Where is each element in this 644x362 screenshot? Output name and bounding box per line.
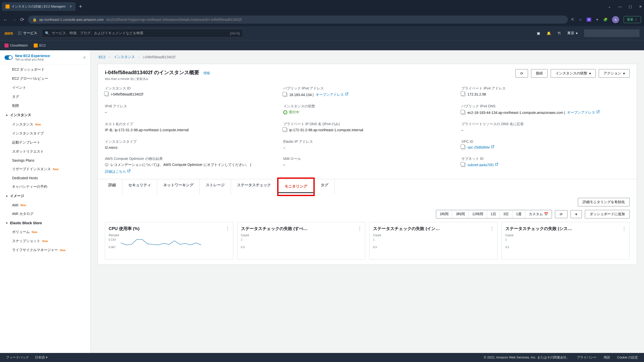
experience-toggle[interactable] (5, 55, 13, 60)
region-selector[interactable]: 東京 ▾ (567, 31, 578, 35)
update-button[interactable]: 更新 ⋮ (624, 16, 641, 23)
tab-item[interactable]: タグ (315, 179, 335, 194)
sidebar-item[interactable]: AMI New (0, 201, 90, 209)
sidebar-section-header[interactable]: ▼イメージ (0, 191, 90, 201)
services-menu[interactable]: サービス (18, 31, 37, 35)
time-range-option[interactable]: 3時間 (452, 210, 469, 218)
time-range-option[interactable]: 12時間 (469, 210, 487, 218)
chart-menu-icon[interactable]: ⋮ (357, 226, 362, 231)
tab-item[interactable]: ステータスチェック (231, 179, 277, 194)
copy-icon[interactable] (461, 92, 465, 96)
actions-dropdown[interactable]: アクション ▾ (599, 69, 630, 78)
experience-subtitle[interactable]: Tell us what you think (15, 58, 80, 61)
tab-item[interactable]: ストレージ (200, 179, 231, 194)
chart-menu-icon[interactable]: ⋮ (622, 226, 626, 231)
back-button[interactable]: ← (3, 17, 8, 23)
account-menu[interactable] (584, 29, 639, 37)
address-bar[interactable]: 🔒 ap-northeast-1.console.aws.amazon.com/… (28, 16, 568, 24)
close-icon[interactable]: × (83, 55, 86, 60)
sidebar-item[interactable]: EC2 グローバルビュー (0, 74, 90, 83)
favorite-ec2[interactable]: EC2 (34, 43, 46, 48)
refresh-options-dropdown[interactable]: ▾ (571, 210, 582, 218)
sidebar-item[interactable]: リザーブドインスタンスNew (0, 165, 90, 174)
tab-item[interactable]: ネットワーキング (157, 179, 200, 194)
close-tab-icon[interactable]: × (69, 4, 72, 9)
copy-icon[interactable] (461, 145, 465, 149)
feedback-link[interactable]: フィードバック (6, 355, 29, 360)
favorite-cloudwatch[interactable]: CloudWatch (5, 43, 28, 48)
breadcrumb-root[interactable]: EC2 (99, 55, 105, 59)
time-range-option[interactable]: 1週 (512, 210, 525, 218)
learn-more-link[interactable]: 詳細はこちら (105, 169, 131, 174)
cookie-link[interactable]: Cookie の設定 (617, 355, 638, 360)
sidebar-item[interactable]: スナップショット New (0, 237, 90, 246)
connect-button[interactable]: 接続 (531, 69, 548, 78)
chart-menu-icon[interactable]: ⋮ (490, 226, 494, 231)
notifications-icon[interactable]: 🔔 (547, 31, 551, 35)
reload-button[interactable]: ⟳ (20, 17, 24, 23)
open-address-link[interactable]: オープンアドレス (316, 92, 348, 97)
time-range-option[interactable]: 3日 (500, 210, 513, 218)
tab-item[interactable]: セキュリティ (122, 179, 157, 194)
minimize-icon[interactable]: — (618, 5, 622, 9)
tab-item[interactable]: 詳細 (102, 179, 122, 194)
cloudshell-icon[interactable]: ▣ (537, 31, 540, 35)
sidebar-item[interactable]: ボリューム New (0, 228, 90, 237)
time-range-option[interactable]: カスタム 📅 (525, 210, 552, 218)
time-range-option[interactable]: 1日 (487, 210, 500, 218)
sidebar-item[interactable]: Dedicated Hosts (0, 174, 90, 182)
sidebar-item[interactable]: キャパシティーの予約 (0, 182, 90, 191)
close-window-icon[interactable]: ✕ (639, 5, 642, 9)
info-link[interactable]: 情報 (204, 71, 210, 75)
privacy-link[interactable]: プライバシー (577, 355, 596, 360)
extension-icon[interactable]: ✦ (596, 18, 599, 22)
sidebar-item[interactable]: Savings Plans (0, 156, 90, 165)
instance-state-dropdown[interactable]: インスタンスの状態 ▾ (551, 69, 596, 78)
star-icon[interactable]: ☆ (579, 18, 582, 22)
vpc-link[interactable]: vpc-29d6d94e (467, 145, 494, 149)
subnet-link[interactable]: subnet-aa4a70f1 (467, 163, 498, 167)
detail-label: IPv6 アドレス (105, 104, 273, 109)
sidebar-section-header[interactable]: ▼Elastic Block Store (0, 218, 90, 228)
detail-label: インスタンス ID (105, 86, 273, 91)
terms-link[interactable]: 用語 (603, 355, 610, 360)
refresh-button[interactable]: ⟳ (515, 69, 528, 78)
sidebar-item[interactable]: 起動テンプレート (0, 138, 90, 147)
sidebar-item[interactable]: インスタンスタイプ (0, 129, 90, 138)
browser-tab[interactable]: インスタンスの詳細 | EC2 Managem × (2, 2, 75, 11)
maximize-icon[interactable]: ▢ (629, 5, 632, 9)
breadcrumb-instances[interactable]: インスタンス (114, 55, 135, 59)
share-icon[interactable]: ⇱ (571, 18, 574, 22)
copy-icon[interactable] (105, 92, 109, 96)
language-selector[interactable]: 日本語 ▾ (35, 355, 48, 360)
sidebar-item[interactable]: ライフサイクルマネージャー New (0, 246, 90, 255)
tab-monitoring[interactable]: モニタリング (278, 180, 313, 193)
add-to-dashboard-button[interactable]: ダッシュボードに追加 (585, 210, 630, 218)
help-icon[interactable]: ?⃝ (557, 31, 561, 35)
sidebar-item[interactable]: タグ (0, 92, 90, 101)
sidebar-item[interactable]: EC2 ダッシュボード (0, 65, 90, 74)
open-address-link[interactable]: オープンアドレス (567, 110, 600, 115)
copy-icon[interactable] (283, 93, 287, 97)
aws-search-input[interactable]: 🔍 サービス、特徴、ブログ、およびドキュメントなどを検索 [Alt+S] (42, 29, 243, 37)
sidebar-item[interactable]: AMI カタログ (0, 209, 90, 218)
aws-logo[interactable]: aws (5, 31, 13, 36)
profile-avatar[interactable]: h (612, 16, 619, 23)
forward-button[interactable]: → (12, 17, 17, 23)
extension-badge[interactable]: 8 (587, 18, 591, 22)
copy-icon[interactable] (283, 128, 287, 132)
sidebar-item[interactable]: スポットリクエスト (0, 147, 90, 156)
enable-detailed-monitoring-button[interactable]: 詳細モニタリングを有効化 (578, 198, 630, 206)
sidebar-item[interactable]: イベント (0, 83, 90, 92)
refresh-charts-button[interactable]: ⟳ (555, 210, 568, 218)
chart-menu-icon[interactable]: ⋮ (225, 226, 230, 231)
time-range-option[interactable]: 1時間 (436, 210, 453, 218)
sidebar-section-header[interactable]: ▼インスタンス (0, 110, 90, 120)
sidebar-item[interactable]: 制限 (0, 101, 90, 110)
copy-icon[interactable] (461, 163, 465, 167)
puzzle-icon[interactable]: 🧩 (603, 18, 608, 22)
chevron-down-icon[interactable]: ⌄ (608, 5, 611, 9)
sidebar-item[interactable]: インスタンス New (0, 120, 90, 129)
copy-icon[interactable] (461, 111, 465, 115)
new-tab-button[interactable]: + (79, 3, 82, 10)
